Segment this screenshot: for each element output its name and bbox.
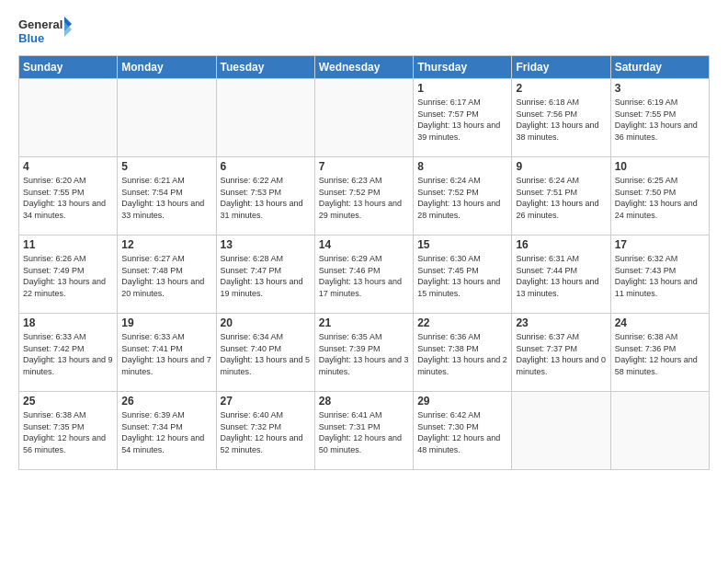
day-info: Sunrise: 6:38 AM Sunset: 7:35 PM Dayligh… — [23, 409, 113, 455]
day-info: Sunrise: 6:25 AM Sunset: 7:50 PM Dayligh… — [615, 175, 705, 221]
calendar-header-wednesday: Wednesday — [314, 56, 413, 79]
calendar-cell: 1Sunrise: 6:17 AM Sunset: 7:57 PM Daylig… — [414, 79, 512, 157]
day-info: Sunrise: 6:17 AM Sunset: 7:57 PM Dayligh… — [417, 97, 507, 143]
day-info: Sunrise: 6:35 AM Sunset: 7:39 PM Dayligh… — [319, 331, 409, 377]
calendar-header-sunday: Sunday — [19, 56, 118, 79]
calendar-header-monday: Monday — [118, 56, 216, 79]
calendar-week-row: 11Sunrise: 6:26 AM Sunset: 7:49 PM Dayli… — [19, 236, 710, 314]
calendar-header-thursday: Thursday — [414, 56, 512, 79]
day-info: Sunrise: 6:33 AM Sunset: 7:41 PM Dayligh… — [121, 331, 211, 377]
day-number: 2 — [516, 82, 606, 95]
day-number: 13 — [221, 238, 311, 251]
day-number: 4 — [23, 160, 113, 173]
calendar-cell: 7Sunrise: 6:23 AM Sunset: 7:52 PM Daylig… — [314, 157, 413, 236]
day-info: Sunrise: 6:33 AM Sunset: 7:42 PM Dayligh… — [23, 331, 113, 377]
day-number: 6 — [221, 160, 311, 173]
svg-text:General: General — [18, 17, 63, 31]
day-info: Sunrise: 6:28 AM Sunset: 7:47 PM Dayligh… — [221, 253, 311, 299]
day-number: 5 — [121, 160, 211, 173]
svg-text:Blue: Blue — [18, 31, 44, 45]
day-number: 23 — [516, 316, 606, 329]
calendar-week-row: 4Sunrise: 6:20 AM Sunset: 7:55 PM Daylig… — [19, 157, 710, 236]
calendar-cell: 13Sunrise: 6:28 AM Sunset: 7:47 PM Dayli… — [216, 236, 314, 314]
calendar-cell — [216, 79, 314, 157]
day-number: 27 — [221, 395, 311, 408]
day-info: Sunrise: 6:26 AM Sunset: 7:49 PM Dayligh… — [23, 253, 113, 299]
day-info: Sunrise: 6:20 AM Sunset: 7:55 PM Dayligh… — [23, 175, 113, 221]
calendar-cell: 9Sunrise: 6:24 AM Sunset: 7:51 PM Daylig… — [512, 157, 610, 236]
day-number: 16 — [516, 238, 606, 251]
day-number: 14 — [319, 238, 409, 251]
day-info: Sunrise: 6:34 AM Sunset: 7:40 PM Dayligh… — [221, 331, 311, 377]
calendar-cell — [314, 79, 413, 157]
day-number: 11 — [23, 238, 113, 251]
day-number: 17 — [615, 238, 705, 251]
day-number: 8 — [417, 160, 507, 173]
calendar-header-row: SundayMondayTuesdayWednesdayThursdayFrid… — [19, 56, 710, 79]
calendar-cell: 3Sunrise: 6:19 AM Sunset: 7:55 PM Daylig… — [610, 79, 709, 157]
calendar-header-saturday: Saturday — [610, 56, 709, 79]
day-number: 26 — [121, 395, 211, 408]
calendar-cell: 19Sunrise: 6:33 AM Sunset: 7:41 PM Dayli… — [118, 314, 216, 392]
day-number: 9 — [516, 160, 606, 173]
day-info: Sunrise: 6:29 AM Sunset: 7:46 PM Dayligh… — [319, 253, 409, 299]
day-info: Sunrise: 6:41 AM Sunset: 7:31 PM Dayligh… — [319, 409, 409, 455]
calendar-header-friday: Friday — [512, 56, 610, 79]
day-info: Sunrise: 6:23 AM Sunset: 7:52 PM Dayligh… — [319, 175, 409, 221]
day-info: Sunrise: 6:30 AM Sunset: 7:45 PM Dayligh… — [417, 253, 507, 299]
calendar-cell: 5Sunrise: 6:21 AM Sunset: 7:54 PM Daylig… — [118, 157, 216, 236]
calendar-table: SundayMondayTuesdayWednesdayThursdayFrid… — [18, 55, 710, 470]
logo: GeneralBlue — [18, 15, 74, 48]
day-number: 12 — [121, 238, 211, 251]
day-number: 21 — [319, 316, 409, 329]
calendar-week-row: 1Sunrise: 6:17 AM Sunset: 7:57 PM Daylig… — [19, 79, 710, 157]
calendar-cell: 16Sunrise: 6:31 AM Sunset: 7:44 PM Dayli… — [512, 236, 610, 314]
day-info: Sunrise: 6:24 AM Sunset: 7:52 PM Dayligh… — [417, 175, 507, 221]
calendar-cell: 15Sunrise: 6:30 AM Sunset: 7:45 PM Dayli… — [414, 236, 512, 314]
calendar-cell: 2Sunrise: 6:18 AM Sunset: 7:56 PM Daylig… — [512, 79, 610, 157]
day-info: Sunrise: 6:40 AM Sunset: 7:32 PM Dayligh… — [221, 409, 311, 455]
day-number: 7 — [319, 160, 409, 173]
calendar-cell: 6Sunrise: 6:22 AM Sunset: 7:53 PM Daylig… — [216, 157, 314, 236]
day-info: Sunrise: 6:42 AM Sunset: 7:30 PM Dayligh… — [417, 409, 507, 455]
calendar-cell: 27Sunrise: 6:40 AM Sunset: 7:32 PM Dayli… — [216, 392, 314, 470]
day-number: 22 — [417, 316, 507, 329]
day-number: 15 — [417, 238, 507, 251]
calendar-cell — [512, 392, 610, 470]
calendar-cell: 22Sunrise: 6:36 AM Sunset: 7:38 PM Dayli… — [414, 314, 512, 392]
page: GeneralBlue SundayMondayTuesdayWednesday… — [0, 0, 728, 563]
calendar-cell: 4Sunrise: 6:20 AM Sunset: 7:55 PM Daylig… — [19, 157, 118, 236]
day-number: 24 — [615, 316, 705, 329]
day-info: Sunrise: 6:24 AM Sunset: 7:51 PM Dayligh… — [516, 175, 606, 221]
calendar-cell: 23Sunrise: 6:37 AM Sunset: 7:37 PM Dayli… — [512, 314, 610, 392]
calendar-cell: 24Sunrise: 6:38 AM Sunset: 7:36 PM Dayli… — [610, 314, 709, 392]
calendar-cell: 28Sunrise: 6:41 AM Sunset: 7:31 PM Dayli… — [314, 392, 413, 470]
day-number: 18 — [23, 316, 113, 329]
day-number: 3 — [615, 82, 705, 95]
calendar-week-row: 25Sunrise: 6:38 AM Sunset: 7:35 PM Dayli… — [19, 392, 710, 470]
day-number: 10 — [615, 160, 705, 173]
day-number: 19 — [121, 316, 211, 329]
calendar-cell — [118, 79, 216, 157]
calendar-cell: 25Sunrise: 6:38 AM Sunset: 7:35 PM Dayli… — [19, 392, 118, 470]
calendar-cell — [610, 392, 709, 470]
day-info: Sunrise: 6:27 AM Sunset: 7:48 PM Dayligh… — [121, 253, 211, 299]
calendar-week-row: 18Sunrise: 6:33 AM Sunset: 7:42 PM Dayli… — [19, 314, 710, 392]
calendar-cell: 11Sunrise: 6:26 AM Sunset: 7:49 PM Dayli… — [19, 236, 118, 314]
calendar-cell: 10Sunrise: 6:25 AM Sunset: 7:50 PM Dayli… — [610, 157, 709, 236]
day-info: Sunrise: 6:21 AM Sunset: 7:54 PM Dayligh… — [121, 175, 211, 221]
calendar-cell: 14Sunrise: 6:29 AM Sunset: 7:46 PM Dayli… — [314, 236, 413, 314]
calendar-cell: 8Sunrise: 6:24 AM Sunset: 7:52 PM Daylig… — [414, 157, 512, 236]
day-number: 29 — [417, 395, 507, 408]
calendar-cell: 17Sunrise: 6:32 AM Sunset: 7:43 PM Dayli… — [610, 236, 709, 314]
day-number: 25 — [23, 395, 113, 408]
day-info: Sunrise: 6:22 AM Sunset: 7:53 PM Dayligh… — [221, 175, 311, 221]
calendar-cell: 21Sunrise: 6:35 AM Sunset: 7:39 PM Dayli… — [314, 314, 413, 392]
day-number: 1 — [417, 82, 507, 95]
calendar-cell: 29Sunrise: 6:42 AM Sunset: 7:30 PM Dayli… — [414, 392, 512, 470]
calendar-cell: 12Sunrise: 6:27 AM Sunset: 7:48 PM Dayli… — [118, 236, 216, 314]
calendar-cell: 26Sunrise: 6:39 AM Sunset: 7:34 PM Dayli… — [118, 392, 216, 470]
header: GeneralBlue — [18, 15, 710, 48]
day-info: Sunrise: 6:31 AM Sunset: 7:44 PM Dayligh… — [516, 253, 606, 299]
day-info: Sunrise: 6:32 AM Sunset: 7:43 PM Dayligh… — [615, 253, 705, 299]
